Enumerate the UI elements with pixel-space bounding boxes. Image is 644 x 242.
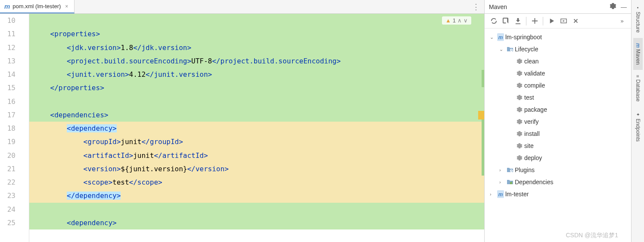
gear-icon xyxy=(515,119,524,125)
code-line[interactable]: <junit.version>4.12</junit.version> xyxy=(29,68,484,81)
run-config-icon[interactable] xyxy=(558,16,569,27)
maven-tree[interactable]: ⌄mlm-springboot⌄Lifecyclecleanvalidateco… xyxy=(485,28,631,242)
fold-marker[interactable] xyxy=(21,68,29,81)
warning-icon: ▲ xyxy=(445,17,451,24)
tree-item-lifecycle[interactable]: ⌄Lifecycle xyxy=(486,43,629,55)
fold-marker[interactable] xyxy=(21,14,29,27)
fold-marker[interactable] xyxy=(21,176,29,189)
fold-marker[interactable] xyxy=(21,108,29,122)
run-icon[interactable] xyxy=(546,16,557,27)
fold-marker[interactable] xyxy=(21,135,29,148)
maven-toolbar: » xyxy=(485,14,631,28)
chevron-right-icon[interactable]: › xyxy=(499,179,505,185)
refresh-icon[interactable] xyxy=(488,16,499,27)
tree-item-test[interactable]: test xyxy=(486,91,629,104)
line-number: 22 xyxy=(0,176,16,189)
sidebar-tab-endpoints[interactable]: ✦ Endpoints xyxy=(633,107,643,147)
tree-item-clean[interactable]: clean xyxy=(486,55,629,67)
code-content[interactable]: ▲ 1 ∧ ∨ <properties> <jdk.version>1.8</j… xyxy=(29,14,484,242)
tree-item-label: clean xyxy=(524,58,538,65)
code-line[interactable]: </dependency> xyxy=(29,189,484,202)
tree-item-label: compile xyxy=(524,82,545,89)
code-line[interactable]: <dependency> xyxy=(29,122,484,135)
line-number: 18 xyxy=(0,122,16,135)
sidebar-tab-maven[interactable]: m Maven xyxy=(633,38,643,70)
code-line[interactable]: <jdk.version>1.8</jdk.version> xyxy=(29,41,484,54)
tree-item-label: Dependencies xyxy=(515,179,554,185)
marker-strip[interactable] xyxy=(478,14,484,242)
code-line[interactable]: <groupId>junit</groupId> xyxy=(29,135,484,148)
code-editor[interactable]: 10111213141516171819202122232425 ▲ 1 ∧ ∨… xyxy=(0,14,484,242)
gear-icon xyxy=(515,155,524,161)
maven-icon: m xyxy=(496,33,505,41)
fold-marker[interactable] xyxy=(21,54,29,68)
fold-marker[interactable] xyxy=(21,216,29,229)
code-line[interactable]: <artifactId>junit</artifactId> xyxy=(29,149,484,162)
code-line[interactable]: <dependency> xyxy=(29,216,484,229)
chevron-right-icon[interactable]: › xyxy=(490,192,496,197)
code-line[interactable]: <properties> xyxy=(29,27,484,41)
tree-item-lm-tester[interactable]: ›mlm-tester xyxy=(486,188,629,200)
tree-item-label: lm-tester xyxy=(505,191,529,198)
fold-marker[interactable] xyxy=(21,189,29,202)
code-line[interactable]: <project.build.sourceEncoding>UTF-8</pro… xyxy=(29,54,484,68)
maven-panel: Maven — » ⌄mlm-springboot⌄Life xyxy=(485,0,631,242)
more-icon[interactable]: » xyxy=(616,16,628,27)
file-tab[interactable]: m pom.xml (lm-tester) × xyxy=(0,0,75,13)
add-icon[interactable] xyxy=(529,16,540,27)
line-number: 23 xyxy=(0,189,16,202)
tree-item-plugins[interactable]: ›Plugins xyxy=(486,164,629,176)
toggle-skip-icon[interactable] xyxy=(570,16,581,27)
tree-item-verify[interactable]: verify xyxy=(486,116,629,128)
database-icon: ≡ xyxy=(635,75,640,78)
line-number: 17 xyxy=(0,108,16,122)
sidebar-tab-structure[interactable]: ▪ Structure xyxy=(633,0,643,38)
code-line[interactable]: <version>${junit.version}</version> xyxy=(29,162,484,176)
tree-item-compile[interactable]: compile xyxy=(486,79,629,91)
code-line[interactable]: <dependencies> xyxy=(29,108,484,122)
line-number: 19 xyxy=(0,135,16,148)
svg-rect-5 xyxy=(510,182,511,184)
chevron-down-icon[interactable]: ∨ xyxy=(464,17,468,24)
generate-sources-icon[interactable] xyxy=(500,16,511,27)
line-number: 25 xyxy=(0,216,16,229)
code-line[interactable] xyxy=(29,95,484,108)
fold-marker[interactable] xyxy=(21,41,29,54)
sidebar-tab-database[interactable]: ≡ Database xyxy=(633,70,643,107)
code-line[interactable]: <scope>test</scope> xyxy=(29,176,484,189)
chevron-down-icon[interactable]: ⌄ xyxy=(499,47,505,52)
tree-item-deploy[interactable]: deploy xyxy=(486,152,629,164)
download-icon[interactable] xyxy=(512,16,523,27)
fold-gutter[interactable] xyxy=(21,14,29,242)
tree-item-install[interactable]: install xyxy=(486,128,629,140)
tab-menu-icon[interactable]: ⋮ xyxy=(472,2,480,12)
code-line[interactable]: </properties> xyxy=(29,81,484,94)
fold-marker[interactable] xyxy=(21,81,29,94)
minimize-icon[interactable]: — xyxy=(621,3,627,10)
fold-marker[interactable] xyxy=(21,122,29,135)
code-line[interactable] xyxy=(29,203,484,216)
fold-marker[interactable] xyxy=(21,95,29,108)
tree-item-package[interactable]: package xyxy=(486,104,629,116)
gear-icon xyxy=(515,143,524,149)
tree-item-dependencies[interactable]: ›Dependencies xyxy=(486,176,629,188)
gear-icon[interactable] xyxy=(610,3,616,11)
tree-item-site[interactable]: site xyxy=(486,140,629,152)
code-line[interactable] xyxy=(29,14,484,27)
chevron-up-icon[interactable]: ∧ xyxy=(457,17,462,24)
structure-icon: ▪ xyxy=(635,5,640,10)
warning-badge[interactable]: ▲ 1 ∧ ∨ xyxy=(442,16,471,25)
fold-marker[interactable] xyxy=(21,149,29,162)
editor-area: m pom.xml (lm-tester) × ⋮ 10111213141516… xyxy=(0,0,485,242)
svg-point-2 xyxy=(511,50,512,50)
right-sidebar: ▪ Structure m Maven ≡ Database ✦ Endpoin… xyxy=(631,0,644,242)
fold-marker[interactable] xyxy=(21,162,29,176)
tree-item-validate[interactable]: validate xyxy=(486,67,629,79)
fold-marker[interactable] xyxy=(21,27,29,41)
chevron-right-icon[interactable]: › xyxy=(499,167,505,173)
fold-marker[interactable] xyxy=(21,203,29,216)
chevron-down-icon[interactable]: ⌄ xyxy=(490,35,496,40)
tree-item-lm-springboot[interactable]: ⌄mlm-springboot xyxy=(486,31,629,43)
svg-rect-6 xyxy=(511,182,512,184)
close-icon[interactable]: × xyxy=(63,3,70,9)
